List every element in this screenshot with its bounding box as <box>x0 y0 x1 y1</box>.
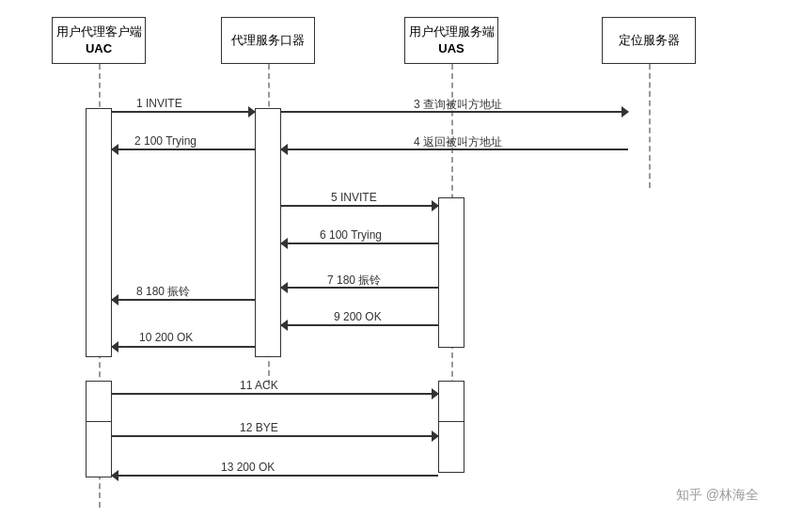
entity-label-location: 定位服务器 <box>619 32 680 49</box>
arrow-a5 <box>281 205 438 207</box>
entity-label-uas: 用户代理服务端 <box>409 23 495 40</box>
arrow-label-a3: 3 查询被叫方地址 <box>414 97 502 113</box>
lb_proxy <box>255 108 281 357</box>
entity-label-uac: 用户代理客户端 <box>56 23 142 40</box>
arrow-a1 <box>112 111 255 113</box>
entity-sublabel-uac: UAC <box>86 40 112 57</box>
arrow-label-a8: 8 180 振铃 <box>136 284 190 300</box>
entity-uas: 用户代理服务端UAS <box>404 17 498 64</box>
entity-label-proxy: 代理服务口器 <box>231 32 305 49</box>
lifeline-location <box>649 64 651 188</box>
entity-sublabel-uas: UAS <box>438 40 464 57</box>
arrow-a11 <box>112 393 438 395</box>
lb_uas3 <box>438 421 464 473</box>
arrow-a10 <box>112 346 255 348</box>
arrow-label-a1: 1 INVITE <box>136 97 182 110</box>
lb_uac3 <box>86 421 112 477</box>
arrow-label-a5: 5 INVITE <box>331 191 377 204</box>
arrow-label-a6: 6 100 Trying <box>320 228 382 242</box>
arrow-label-a10: 10 200 OK <box>139 331 193 344</box>
arrow-label-a12: 12 BYE <box>240 421 278 434</box>
arrow-a9 <box>281 324 438 326</box>
arrow-label-a13: 13 200 OK <box>221 461 275 474</box>
lb_uas <box>438 197 464 348</box>
arrow-a12 <box>112 435 438 437</box>
arrow-label-a7: 7 180 振铃 <box>327 273 381 289</box>
arrow-label-a2: 2 100 Trying <box>134 134 197 148</box>
lb_uac1 <box>86 108 112 357</box>
arrow-a2 <box>112 149 255 150</box>
entity-uac: 用户代理客户端UAC <box>52 17 146 64</box>
arrow-a6 <box>281 243 438 244</box>
arrow-label-a9: 9 200 OK <box>334 310 382 323</box>
entity-proxy: 代理服务口器 <box>221 17 315 64</box>
entity-location: 定位服务器 <box>602 17 696 64</box>
watermark: 知乎 @林海全 <box>676 487 759 504</box>
arrow-label-a11: 11 ACK <box>240 379 278 392</box>
arrow-a13 <box>112 475 438 477</box>
arrow-label-a4: 4 返回被叫方地址 <box>414 134 502 150</box>
diagram: 用户代理客户端UAC代理服务口器用户代理服务端UAS定位服务器1 INVITE2… <box>0 0 787 532</box>
